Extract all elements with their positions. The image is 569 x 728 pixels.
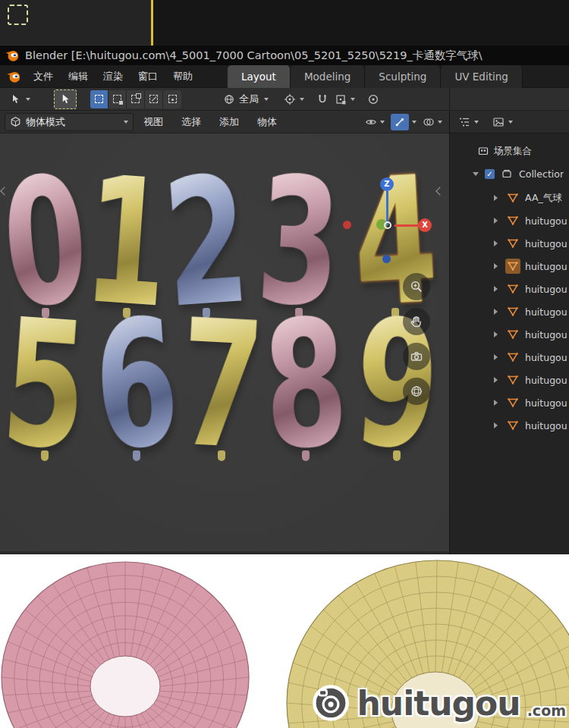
expand-arrow-icon[interactable] (494, 354, 498, 360)
gizmo-x-handle[interactable]: X (418, 218, 432, 232)
expand-arrow-icon[interactable] (494, 377, 498, 383)
expand-arrow-icon[interactable] (494, 218, 498, 224)
object-visibility-dropdown[interactable] (363, 113, 387, 131)
viewport-header: 物体模式 视图 选择 添加 物体 (0, 111, 449, 133)
menu-render[interactable]: 渲染 (96, 65, 130, 88)
outliner-item[interactable]: huitugou (450, 323, 569, 346)
outliner-filter-dropdown[interactable] (456, 113, 481, 131)
mesh-triangle-icon (505, 281, 520, 297)
gizmos-toggle[interactable] (388, 113, 419, 131)
zoom-button[interactable] (403, 273, 430, 300)
tweak-tool-icon (10, 93, 22, 105)
active-tool-dropdown[interactable] (8, 90, 33, 108)
select-box-tool-button[interactable] (54, 89, 77, 109)
balloon-digit-6[interactable]: 6 (95, 322, 178, 457)
blender-menu-icon[interactable] (6, 69, 21, 84)
expand-arrow-icon[interactable] (494, 195, 498, 201)
menu-edit[interactable]: 编辑 (61, 65, 96, 88)
menu-object[interactable]: 物体 (249, 111, 285, 133)
outliner-item[interactable]: huitugou (450, 232, 569, 255)
magnet-icon (316, 93, 329, 105)
menu-help[interactable]: 帮助 (165, 65, 200, 88)
expand-arrow-icon[interactable] (494, 422, 498, 428)
balloon-digit-7[interactable]: 7 (186, 322, 257, 457)
workspace-tab-sculpting[interactable]: Sculpting (365, 65, 441, 88)
overlays-icon (423, 116, 435, 128)
gizmo-neg-x-handle[interactable] (343, 221, 351, 229)
topbar: 文件 编辑 渲染 窗口 帮助 Layout Modeling Sculpting… (0, 65, 569, 88)
chevron-down-icon (264, 98, 269, 101)
collection-checkbox[interactable] (485, 169, 495, 179)
camera-view-button[interactable] (403, 343, 430, 370)
outliner-item[interactable]: huitugou (450, 346, 569, 369)
select-mode-subtract-button[interactable] (127, 90, 145, 108)
menu-file[interactable]: 文件 (26, 65, 61, 88)
hand-icon (410, 315, 423, 328)
expand-arrow-icon[interactable] (494, 331, 498, 337)
chevron-down-icon (438, 121, 442, 124)
expand-arrow-icon[interactable] (494, 400, 498, 406)
mesh-triangle-icon (505, 372, 520, 388)
select-mode-invert-button[interactable] (145, 90, 163, 108)
pivot-point-dropdown[interactable] (281, 90, 307, 108)
top-strip-panel (0, 0, 151, 46)
mesh-triangle-icon (505, 327, 520, 342)
collection-icon (501, 168, 513, 180)
outliner-item[interactable]: huitugou (450, 300, 569, 323)
expand-arrow-icon[interactable] (494, 286, 498, 292)
header-separator (449, 88, 450, 111)
menu-select[interactable]: 选择 (173, 111, 209, 133)
chevron-down-icon (508, 121, 513, 124)
collapse-arrow-icon[interactable] (473, 172, 479, 176)
mode-dropdown[interactable]: 物体模式 (5, 113, 134, 131)
menu-view[interactable]: 视图 (135, 111, 171, 133)
expand-arrow-icon[interactable] (494, 263, 498, 269)
workspace-tabs: Layout Modeling Sculpting UV Editing (228, 65, 523, 88)
gizmo-z-axis-line[interactable] (386, 191, 388, 225)
chevron-down-icon (26, 98, 30, 101)
expand-arrow-icon[interactable] (494, 309, 498, 315)
tree-list-icon (458, 116, 470, 128)
outliner-item[interactable]: AA_气球 (450, 187, 569, 209)
gizmo-neg-z-handle[interactable] (382, 255, 391, 263)
balloon-digit-5[interactable]: 5 (3, 322, 86, 457)
proportional-edit-button[interactable] (365, 90, 382, 108)
gizmo-center-ring[interactable] (384, 221, 391, 229)
menu-window[interactable]: 窗口 (130, 65, 165, 88)
outliner-item-active[interactable]: huitugou (450, 255, 569, 278)
workspace-tab-modeling[interactable]: Modeling (291, 65, 365, 88)
outliner-item[interactable]: huitugou (450, 414, 569, 437)
outliner-item[interactable]: huitugou (450, 278, 569, 300)
overlays-toggle[interactable] (420, 113, 445, 131)
scene-collection-icon (477, 145, 489, 157)
gizmo-x-axis-line[interactable] (395, 224, 418, 227)
workspace-tab-layout[interactable]: Layout (228, 65, 291, 88)
pan-button[interactable] (403, 308, 430, 335)
viewport-canvas[interactable]: 0 1 2 3 4 5 6 7 8 9 Z X (0, 133, 449, 554)
outliner-item[interactable]: huitugou (450, 391, 569, 414)
outliner-item[interactable]: huitugou (450, 369, 569, 391)
select-mode-new-button[interactable] (90, 90, 108, 108)
snap-toggle-button[interactable] (314, 90, 331, 108)
grid-sphere-icon (410, 384, 423, 398)
select-mode-group (90, 90, 181, 108)
outliner-collection[interactable]: Collection (450, 162, 569, 185)
balloon-digit-8[interactable]: 8 (266, 322, 346, 457)
workspace-tab-uv-editing[interactable]: UV Editing (441, 65, 522, 88)
outliner-header (450, 111, 569, 133)
mesh-triangle-icon (505, 259, 520, 274)
outliner-scene-collection[interactable]: 场景集合 (450, 140, 569, 162)
snap-target-dropdown[interactable] (332, 90, 357, 108)
select-mode-intersect-button[interactable] (163, 90, 181, 108)
select-mode-extend-button[interactable] (108, 90, 127, 108)
gizmo-z-handle[interactable]: Z (380, 177, 394, 191)
blender-window: Blender [E:\huitugou.com\4_5001_7000 Car… (0, 0, 569, 728)
outliner-display-mode-dropdown[interactable] (490, 113, 515, 131)
perspective-toggle-button[interactable] (403, 378, 430, 405)
expand-arrow-icon[interactable] (494, 240, 498, 246)
menu-add[interactable]: 添加 (211, 111, 247, 133)
top-strip (0, 0, 569, 46)
transform-orientation-dropdown[interactable]: 全局 (221, 90, 271, 108)
watermark-logo-icon (310, 682, 351, 723)
outliner-item[interactable]: huitugou (450, 209, 569, 232)
